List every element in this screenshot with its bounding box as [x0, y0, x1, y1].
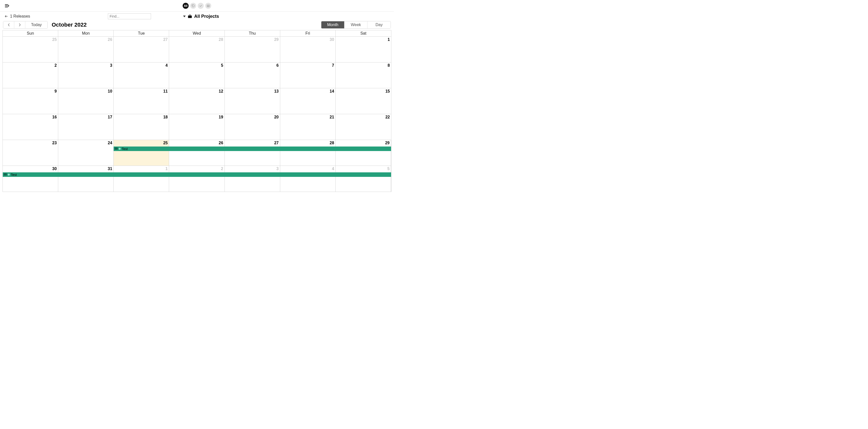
- day-number: 3: [276, 166, 279, 171]
- event-status-dot: [8, 174, 10, 176]
- menu-toggle-button[interactable]: [3, 2, 10, 9]
- calendar-day-cell[interactable]: 28: [280, 140, 336, 165]
- svg-rect-15: [4, 173, 7, 175]
- calendar-day-cell[interactable]: 19: [169, 114, 224, 140]
- calendar-day-cell[interactable]: 23: [3, 140, 58, 165]
- day-number: 28: [219, 37, 223, 42]
- day-number: 4: [332, 166, 334, 171]
- day-number: 6: [276, 63, 279, 68]
- calendar-day-cell[interactable]: 3: [225, 166, 280, 192]
- day-number: 25: [163, 141, 168, 145]
- day-number: 2: [55, 63, 57, 68]
- filter-calendar-button[interactable]: [205, 3, 211, 9]
- day-number: 24: [107, 141, 112, 145]
- search-input[interactable]: [108, 13, 151, 19]
- back-button[interactable]: [4, 14, 8, 19]
- calendar-day-cell[interactable]: 1: [114, 166, 169, 192]
- calendar-day-cell[interactable]: 18: [114, 114, 169, 140]
- calendar-day-cell[interactable]: 27: [225, 140, 280, 165]
- filter-all-button[interactable]: All: [183, 3, 189, 9]
- calendar-day-cell[interactable]: 2: [169, 166, 224, 192]
- calendar-day-cell[interactable]: 14: [280, 88, 336, 114]
- calendar-day-cell[interactable]: 24: [58, 140, 114, 165]
- calendar-day-cell[interactable]: 16: [3, 114, 58, 140]
- view-day-button[interactable]: Day: [368, 21, 391, 28]
- calendar-day-cell[interactable]: 4: [114, 62, 169, 88]
- calendar-day-cell[interactable]: 27: [114, 37, 169, 62]
- projects-filter-label: All Projects: [194, 14, 219, 19]
- day-number: 22: [385, 115, 390, 119]
- day-number: 18: [163, 115, 168, 119]
- day-number: 17: [107, 115, 112, 119]
- calendar-event[interactable]: Test: [3, 172, 391, 177]
- calendar-title: October 2022: [52, 22, 87, 28]
- calendar-day-cell[interactable]: 31: [58, 166, 114, 192]
- svg-rect-10: [115, 148, 118, 150]
- calendar-week: 2345678: [3, 62, 391, 88]
- dow-header: Sat: [336, 30, 391, 36]
- calendar-week: 16171819202122: [3, 114, 391, 140]
- calendar-day-cell[interactable]: 10: [58, 88, 114, 114]
- svg-rect-9: [188, 16, 192, 18]
- day-number: 27: [274, 141, 279, 145]
- calendar-day-cell[interactable]: 9: [3, 88, 58, 114]
- calendar-day-cell[interactable]: 30: [280, 37, 336, 62]
- calendar-day-cell[interactable]: 25: [114, 140, 169, 165]
- day-of-week-header: SunMonTueWedThuFriSat: [3, 30, 391, 37]
- topbar: All: [0, 0, 394, 11]
- calendar-day-cell[interactable]: 13: [225, 88, 280, 114]
- calendar-day-cell[interactable]: 1: [336, 37, 391, 62]
- day-number: 31: [107, 166, 112, 171]
- event-label: Test: [11, 173, 17, 177]
- subbar: 1 Releases All Projects: [0, 11, 394, 21]
- top-filter-icons: All: [183, 3, 211, 9]
- event-status-dot: [119, 148, 121, 150]
- day-number: 13: [274, 89, 279, 94]
- view-week-button[interactable]: Week: [344, 21, 368, 28]
- next-month-button[interactable]: [14, 21, 25, 28]
- day-number: 2: [221, 166, 223, 171]
- calendar-day-cell[interactable]: 26: [58, 37, 114, 62]
- calendar-controls: Today October 2022 Month Week Day: [0, 21, 394, 30]
- dow-header: Sun: [3, 30, 58, 36]
- day-number: 1: [165, 166, 168, 171]
- calendar-day-cell[interactable]: 17: [58, 114, 114, 140]
- calendar-day-cell[interactable]: 4: [280, 166, 336, 192]
- projects-filter-dropdown[interactable]: All Projects: [183, 14, 219, 19]
- calendar-day-cell[interactable]: 8: [336, 62, 391, 88]
- calendar-day-cell[interactable]: 5: [336, 166, 391, 192]
- calendar-day-cell[interactable]: 12: [169, 88, 224, 114]
- calendar-day-cell[interactable]: 26: [169, 140, 224, 165]
- filter-approved-button[interactable]: [198, 3, 204, 9]
- calendar-day-cell[interactable]: 22: [336, 114, 391, 140]
- calendar-day-cell[interactable]: 11: [114, 88, 169, 114]
- calendar-day-cell[interactable]: 15: [336, 88, 391, 114]
- day-number: 30: [52, 166, 57, 171]
- calendar-week: 9101112131415: [3, 88, 391, 114]
- event-table-icon: [115, 147, 118, 151]
- today-button[interactable]: Today: [25, 21, 48, 28]
- calendar-day-cell[interactable]: 3: [58, 62, 114, 88]
- calendar-day-cell[interactable]: 5: [169, 62, 224, 88]
- calendar-day-cell[interactable]: 21: [280, 114, 336, 140]
- dow-header: Wed: [169, 30, 224, 36]
- filter-refresh-button[interactable]: [190, 3, 196, 9]
- day-number: 28: [330, 141, 334, 145]
- calendar-day-cell[interactable]: 7: [280, 62, 336, 88]
- view-month-button[interactable]: Month: [321, 21, 344, 28]
- calendar-day-cell[interactable]: 6: [225, 62, 280, 88]
- view-switch-group: Month Week Day: [321, 21, 391, 29]
- calendar-day-cell[interactable]: 20: [225, 114, 280, 140]
- calendar-grid: 2526272829301234567891011121314151617181…: [3, 37, 391, 192]
- releases-count-link[interactable]: 1 Releases: [10, 14, 30, 19]
- prev-month-button[interactable]: [3, 21, 14, 28]
- calendar-day-cell[interactable]: 25: [3, 37, 58, 62]
- calendar-day-cell[interactable]: 2: [3, 62, 58, 88]
- calendar-day-cell[interactable]: 30: [3, 166, 58, 192]
- calendar-day-cell[interactable]: 29: [336, 140, 391, 165]
- dow-header: Mon: [58, 30, 114, 36]
- calendar-day-cell[interactable]: 28: [169, 37, 224, 62]
- calendar-day-cell[interactable]: 29: [225, 37, 280, 62]
- calendar-event[interactable]: Test: [114, 147, 391, 151]
- day-number: 26: [107, 37, 112, 42]
